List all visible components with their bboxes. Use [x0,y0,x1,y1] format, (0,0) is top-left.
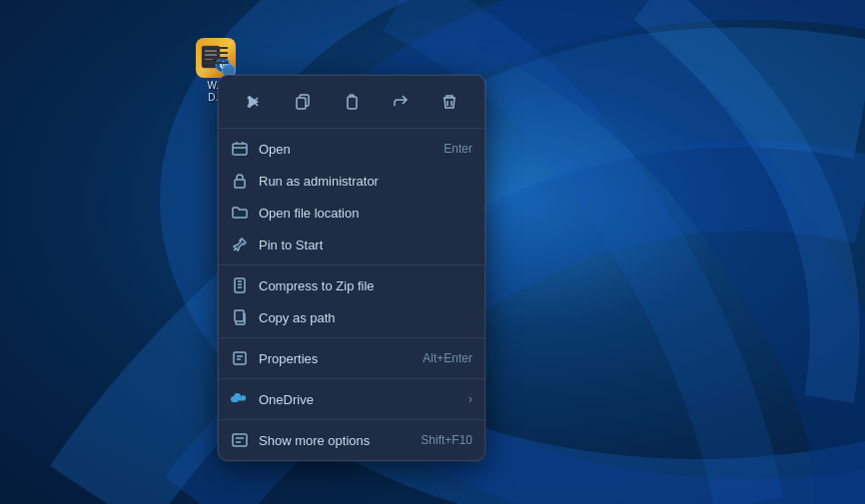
svg-rect-13 [233,144,247,155]
menu-section-4: OneDrive › [219,378,484,419]
open-shortcut: Enter [443,142,472,156]
compress-zip-label: Compress to Zip file [259,278,472,293]
menu-item-more-options[interactable]: Show more options Shift+F10 [219,424,484,456]
menu-item-open-location[interactable]: Open file location [219,197,484,229]
menu-item-compress-zip[interactable]: Compress to Zip file [219,269,484,301]
menu-section-3: Properties Alt+Enter [219,337,484,378]
share-button[interactable] [383,84,419,120]
open-icon [231,140,249,158]
properties-shortcut: Alt+Enter [423,351,472,365]
menu-section-2: Compress to Zip file Copy as path [219,264,484,337]
properties-label: Properties [259,351,413,366]
menu-item-pin-start[interactable]: Pin to Start [219,229,484,260]
svg-rect-12 [348,97,357,109]
run-admin-icon [231,172,249,190]
copy-path-label: Copy as path [259,310,472,325]
svg-text:⚙: ⚙ [219,60,228,71]
svg-rect-15 [235,278,245,292]
menu-item-copy-path[interactable]: Copy as path [219,301,484,333]
open-location-icon [231,204,249,222]
more-options-icon [231,431,249,449]
open-label: Open [259,142,433,157]
menu-item-onedrive[interactable]: OneDrive › [219,383,484,415]
menu-item-run-admin[interactable]: Run as administrator [219,165,484,197]
svg-rect-21 [234,352,246,364]
context-toolbar [219,76,484,129]
delete-button[interactable] [432,84,467,120]
copy-button[interactable] [285,84,321,120]
menu-section-5: Show more options Shift+F10 [219,419,484,460]
onedrive-label: OneDrive [259,392,458,407]
svg-rect-24 [233,434,247,446]
menu-item-open[interactable]: Open Enter [219,133,484,165]
menu-section-1: Open Enter Run as administrator [219,129,484,264]
cut-button[interactable] [236,84,272,120]
properties-icon [231,349,249,367]
context-menu: Open Enter Run as administrator [218,75,485,461]
more-options-shortcut: Shift+F10 [421,433,472,447]
menu-item-properties[interactable]: Properties Alt+Enter [219,342,484,374]
copy-path-icon [231,308,249,326]
onedrive-arrow: › [468,392,472,406]
svg-rect-11 [297,98,306,109]
compress-zip-icon [231,276,249,294]
more-options-label: Show more options [259,433,411,448]
open-location-label: Open file location [259,206,472,221]
run-admin-label: Run as administrator [259,174,472,189]
pin-start-icon [231,236,249,253]
pin-start-label: Pin to Start [259,238,472,252]
desktop: ⚙ W... D... [0,0,865,504]
svg-rect-14 [235,180,245,188]
desktop-icon-image: ⚙ [196,38,236,78]
onedrive-icon [231,390,249,408]
svg-rect-20 [235,310,244,321]
paste-button[interactable] [334,84,370,120]
